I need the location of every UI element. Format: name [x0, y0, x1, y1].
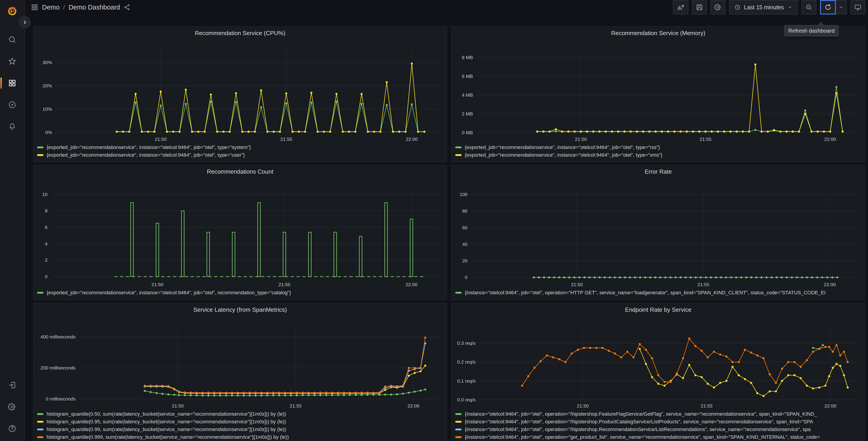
- zoom-out-icon: [805, 3, 813, 11]
- grafana-logo[interactable]: [3, 3, 21, 21]
- svg-text:100: 100: [460, 192, 467, 197]
- timeseries-plot[interactable]: 21:5021:5522:000246810: [37, 176, 444, 288]
- sidebar-item-explore[interactable]: [3, 96, 21, 114]
- sidebar-item-sign-in[interactable]: [3, 376, 21, 394]
- svg-text:30%: 30%: [42, 60, 52, 65]
- refresh-interval-dropdown[interactable]: [836, 0, 847, 14]
- panel-legend: {instance="otelcol:9464", job="otel", op…: [455, 410, 861, 441]
- svg-text:0.1 req/s: 0.1 req/s: [457, 378, 476, 383]
- legend-item[interactable]: histogram_quantile(0.95, sum(rate(latenc…: [37, 418, 443, 425]
- legend-item[interactable]: histogram_quantile(0.999, sum(rate(laten…: [37, 433, 443, 441]
- breadcrumb-page-title[interactable]: Demo Dashboard: [68, 4, 120, 11]
- grafana-app: Demo / Demo Dashboard Last 15 minutes: [0, 0, 868, 441]
- legend-label: {instance="otelcol:9464", job="otel", op…: [465, 427, 811, 432]
- sidebar-item-search[interactable]: [3, 31, 21, 49]
- svg-text:22:00: 22:00: [407, 403, 420, 408]
- svg-text:6: 6: [45, 225, 48, 230]
- share-icon[interactable]: [124, 4, 130, 11]
- time-range-label: Last 15 minutes: [744, 4, 784, 11]
- svg-text:21:50: 21:50: [577, 403, 589, 408]
- legend-item[interactable]: {exported_job="recommendationservice", i…: [37, 144, 443, 151]
- dashboard-settings-button[interactable]: [711, 0, 725, 14]
- legend-item[interactable]: {exported_job="recommendationservice", i…: [37, 151, 443, 159]
- svg-text:40: 40: [462, 241, 467, 247]
- add-panel-button[interactable]: [673, 0, 688, 14]
- timeseries-plot[interactable]: 21:5021:5522:000 MB2 MB4 MB6 MB8 MB: [455, 37, 862, 143]
- legend-label: {exported_job="recommendationservice", i…: [46, 144, 251, 150]
- sidebar-item-dashboards[interactable]: [3, 74, 21, 92]
- svg-text:20%: 20%: [42, 83, 52, 88]
- legend-label: {exported_job="recommendationservice", i…: [465, 144, 660, 150]
- tv-icon: [854, 3, 862, 11]
- timeseries-plot[interactable]: 21:5021:5522:00020406080100: [455, 176, 862, 288]
- sign-in-icon: [8, 381, 17, 390]
- svg-text:0 milliseconds: 0 milliseconds: [46, 396, 75, 401]
- panel-endpoint-rate: Endpoint Rate by Service 21:5021:5522:00…: [451, 303, 865, 441]
- series-color-swatch: [37, 421, 43, 423]
- svg-text:21:55: 21:55: [280, 137, 292, 142]
- legend-item[interactable]: {exported_job="recommendationservice", i…: [455, 151, 861, 159]
- caret-down-icon: [838, 4, 844, 10]
- refresh-icon: [824, 3, 832, 11]
- zoom-out-button[interactable]: [802, 0, 816, 14]
- sidebar-item-alerting[interactable]: [3, 118, 21, 136]
- refresh-dashboard-button[interactable]: [820, 0, 836, 14]
- star-icon: [8, 57, 17, 66]
- series-color-swatch: [37, 413, 43, 415]
- sidebar-nav-bottom: [3, 376, 21, 437]
- legend-item[interactable]: {instance="otelcol:9464", job="otel", op…: [455, 425, 861, 433]
- legend-item[interactable]: {instance="otelcol:9464", job="otel", op…: [455, 433, 861, 441]
- dashboards-grid-icon: [8, 79, 17, 87]
- legend-item[interactable]: {instance="otelcol:9464", job="otel", op…: [455, 289, 861, 297]
- toolbar: Last 15 minutes: [673, 0, 866, 14]
- breadcrumb-section[interactable]: Demo: [42, 4, 60, 11]
- legend-label: histogram_quantile(0.999, sum(rate(laten…: [46, 434, 289, 440]
- sidebar-nav-top: [3, 31, 21, 136]
- legend-label: histogram_quantile(0.95, sum(rate(latenc…: [46, 419, 286, 425]
- panel-legend: {instance="otelcol:9464", job="otel", op…: [455, 289, 861, 297]
- svg-text:22:00: 22:00: [824, 137, 836, 142]
- legend-item[interactable]: histogram_quantile(0.99, sum(rate(latenc…: [37, 425, 443, 433]
- legend-label: {instance="otelcol:9464", job="otel", op…: [465, 419, 813, 425]
- panel-legend: {exported_job="recommendationservice", i…: [37, 289, 443, 297]
- panel-title[interactable]: Endpoint Rate by Service: [455, 305, 861, 314]
- svg-text:21:50: 21:50: [155, 137, 167, 142]
- svg-text:0.3 req/s: 0.3 req/s: [457, 341, 476, 346]
- search-icon: [8, 35, 17, 44]
- sidebar-item-configuration[interactable]: [3, 398, 21, 416]
- series-color-swatch: [455, 146, 462, 148]
- legend-item[interactable]: {exported_job="recommendationservice", i…: [455, 144, 861, 151]
- time-range-picker[interactable]: Last 15 minutes: [729, 0, 798, 14]
- help-icon: [8, 424, 17, 433]
- panel-title[interactable]: Recommendation Service (CPU%): [37, 29, 443, 37]
- svg-text:0: 0: [45, 274, 48, 279]
- dashboard-content: Recommendation Service (CPU%) 21:5021:55…: [25, 14, 868, 441]
- series-color-swatch: [37, 436, 43, 438]
- panel-title[interactable]: Error Rate: [455, 167, 861, 176]
- sidebar-expand-button[interactable]: [19, 16, 31, 29]
- svg-text:21:55: 21:55: [698, 282, 709, 287]
- svg-text:80: 80: [462, 208, 467, 213]
- legend-item[interactable]: {instance="otelcol:9464", job="otel", op…: [455, 418, 861, 425]
- panel-title[interactable]: Service Latency (from SpanMetrics): [37, 305, 443, 314]
- legend-item[interactable]: {exported_job="recommendationservice", i…: [37, 289, 443, 297]
- series-color-swatch: [37, 154, 43, 156]
- svg-text:22:00: 22:00: [405, 282, 417, 287]
- svg-text:0%: 0%: [45, 130, 52, 135]
- legend-label: {instance="otelcol:9464", job="otel", op…: [465, 290, 826, 296]
- legend-item[interactable]: histogram_quantile(0.50, sum(rate(latenc…: [37, 410, 443, 418]
- svg-text:22:00: 22:00: [824, 282, 836, 287]
- timeseries-plot[interactable]: 21:5021:5522:000%10%20%30%: [37, 37, 444, 143]
- cycle-view-mode-button[interactable]: [850, 0, 865, 14]
- timeseries-plot[interactable]: 21:5021:5522:000.0 req/s0.1 req/s0.2 req…: [455, 314, 862, 409]
- series-color-swatch: [455, 436, 462, 438]
- svg-text:21:55: 21:55: [290, 403, 302, 408]
- sidebar-item-help[interactable]: [3, 420, 21, 437]
- legend-item[interactable]: {instance="otelcol:9464", job="otel", op…: [455, 410, 861, 418]
- save-dashboard-button[interactable]: [692, 0, 707, 14]
- sidebar-item-starred[interactable]: [3, 53, 21, 70]
- refresh-tooltip: Refresh dashboard: [784, 25, 839, 37]
- svg-text:21:50: 21:50: [571, 282, 583, 287]
- panel-title[interactable]: Recommendations Count: [37, 167, 443, 176]
- timeseries-plot[interactable]: 21:5021:5522:000 milliseconds200 millise…: [37, 314, 444, 409]
